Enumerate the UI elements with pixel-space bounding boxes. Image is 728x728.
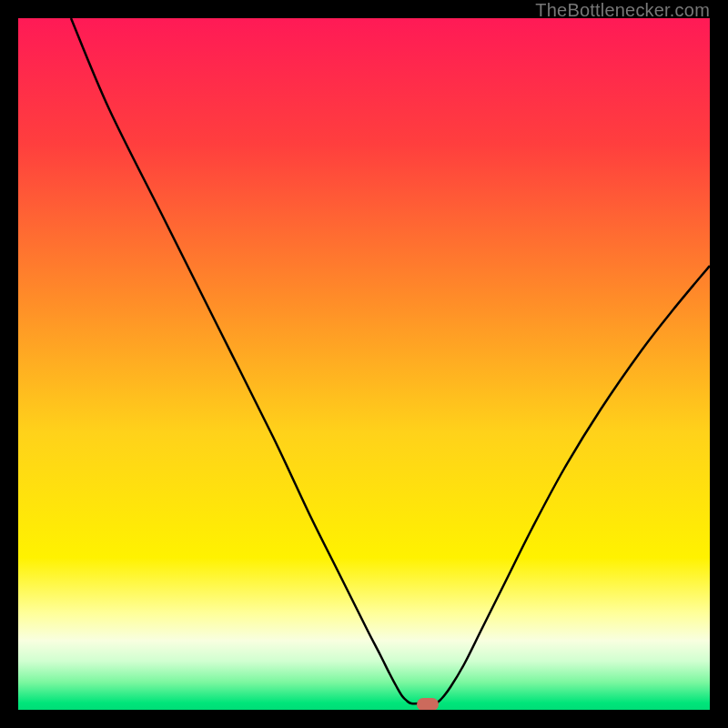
bottleneck-curve: [18, 18, 710, 710]
chart-plot-area: [18, 18, 710, 710]
optimal-point-marker: [417, 698, 439, 710]
